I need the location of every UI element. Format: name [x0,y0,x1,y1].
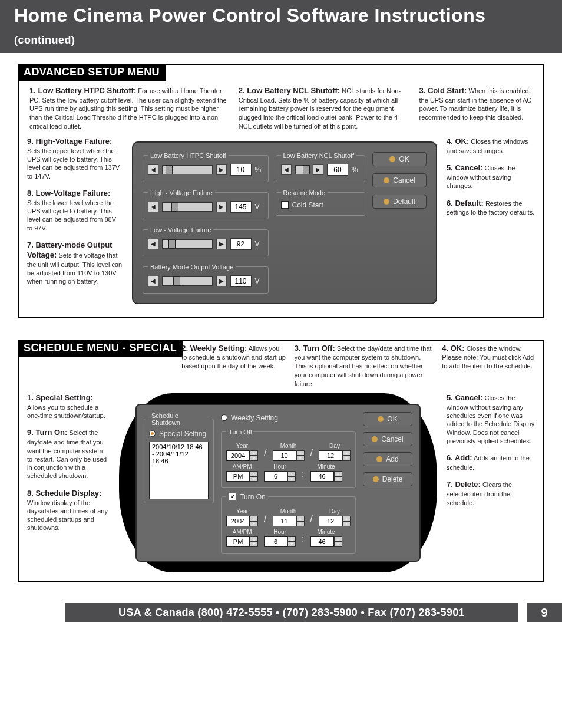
off-hour-spinner[interactable]: 6▲▼ [264,471,296,482]
ncl-shutoff-group: Low Battery NCL Shutoff ◀ ▶ 60 % [276,152,366,182]
schedule-shutdown-group: Schedule Shutdown Special Setting 2004/1… [144,412,214,503]
schedule-left-callouts: 1. Special Setting: Allows you to schedu… [27,393,110,572]
on-day-spinner[interactable]: 12▲▼ [319,516,351,526]
sched-add-button[interactable]: Add [363,452,412,466]
callout-low-battery-ncl: 2. Low Battery NCL Shutoff: NCL stands f… [239,85,409,131]
callout-cold-start: 3. Cold Start: When this is enabled, the… [419,85,533,131]
footer-contact: USA & Canada (800) 472-5555 • (707) 283-… [65,603,518,622]
resume-mode-group: Resume Mode Cold Start [276,189,366,216]
off-day-spinner[interactable]: 12▲▼ [319,450,351,461]
cancel-button[interactable]: Cancel [372,173,427,187]
schedule-dialog-bezel: Schedule Shutdown Special Setting 2004/1… [119,393,437,572]
ncl-inc-button[interactable]: ▶ [313,164,323,175]
sched-cancel-button[interactable]: Cancel [363,432,412,446]
checkbox-icon: ✔ [229,493,236,500]
bmov-slider[interactable] [162,276,213,286]
advanced-setup-dialog: Low Battery HTPC Shutoff ◀ ▶ 10 % High -… [132,141,437,304]
battery-mode-output-group: Battery Mode Output Voltage ◀ ▶ 110 V [143,263,269,294]
turn-off-group: Turn Off Year2004▲▼ / Month10▲▼ / Day12▲… [221,429,356,488]
callout-weekly-setting: 2. Weekly Setting: Allows you to schedul… [181,341,286,371]
sched-ok-button[interactable]: OK [363,412,412,426]
weekly-setting-radio[interactable]: Weekly Setting [221,414,278,422]
high-voltage-group: High - Voltage Failure ◀ ▶ 145 V [143,189,269,219]
hv-inc-button[interactable]: ▶ [216,202,227,212]
ncl-value[interactable]: 60 [327,164,348,176]
sched-delete-button[interactable]: Delete [363,472,412,486]
callout-high-voltage-failure: 9. High-Voltage Failure: Sets the upper … [27,137,123,180]
default-button[interactable]: Default [372,195,427,209]
callout-add: 6. Add: Adds an item to the schedule. [447,453,535,472]
off-month-spinner[interactable]: 10▲▼ [273,450,305,461]
on-year-spinner[interactable]: 2004▲▼ [226,516,258,526]
htpc-slider[interactable] [162,165,213,174]
on-min-spinner[interactable]: 46▲▼ [310,536,342,547]
callout-schedule-display: 8. Schedule Display: Window display of t… [27,489,110,532]
hv-slider[interactable] [162,202,213,212]
off-min-spinner[interactable]: 46▲▼ [310,471,342,482]
hv-value[interactable]: 145 [230,201,252,213]
callout-battery-mode-output: 7. Battery-mode Output Voltage: Sets the… [27,241,123,286]
cold-start-checkbox[interactable]: Cold Start [281,201,361,209]
ok-icon [389,156,395,162]
schedule-heading: SCHEDULE MENU - SPECIAL [18,340,183,357]
ncl-dec-button[interactable]: ◀ [281,164,292,175]
callout-low-voltage-failure: 8. Low-Voltage Failure: Sets the lower l… [27,189,123,232]
lv-inc-button[interactable]: ▶ [216,239,227,249]
bmov-inc-button[interactable]: ▶ [216,276,227,286]
on-hour-spinner[interactable]: 6▲▼ [264,536,296,547]
turn-on-group: ✔ Turn On Year2004▲▼ / Month11▲▼ / Day12… [221,493,356,554]
callout-turn-on: 9. Turn On: Select the day/date and time… [27,428,110,480]
htpc-value[interactable]: 10 [230,164,252,176]
ncl-slider[interactable] [295,165,310,174]
schedule-right-callouts: 5. Cancel: Closes the window without sav… [447,393,535,572]
callout-delete: 7. Delete: Clears the selected item from… [447,480,535,506]
on-ampm-spinner[interactable]: PM▲▼ [226,536,258,547]
lv-slider[interactable] [162,239,213,249]
page-title: Home Cinema Power Control Software Instr… [14,5,486,26]
cancel-icon [384,177,389,183]
advanced-left-callouts: 9. High-Voltage Failure: Sets the upper … [27,137,123,309]
page-number: 9 [527,603,562,622]
advanced-setup-section: ADVANCED SETUP MENU 1. Low Battery HTPC … [18,64,544,318]
low-voltage-group: Low - Voltage Failure ◀ ▶ 92 V [143,226,269,256]
callout-low-battery-htpc: 1. Low Battery HTPC Shutoff: For use wit… [29,85,228,131]
advanced-right-callouts: 4. OK: Closes the windows and saves chan… [447,137,535,309]
page-title-bar: Home Cinema Power Control Software Instr… [0,0,562,53]
schedule-dialog: Schedule Shutdown Special Setting 2004/1… [135,404,421,562]
add-icon [376,456,382,462]
default-icon [384,199,389,205]
advanced-setup-heading: ADVANCED SETUP MENU [18,64,166,81]
bmov-value[interactable]: 110 [230,275,252,287]
htpc-inc-button[interactable]: ▶ [216,164,227,175]
htpc-shutoff-group: Low Battery HTPC Shutoff ◀ ▶ 10 % [143,152,269,182]
turn-on-checkbox[interactable]: ✔ Turn On [229,493,266,501]
callout-special-setting: 1. Special Setting: Allows you to schedu… [27,393,110,420]
off-year-spinner[interactable]: 2004▲▼ [226,450,258,461]
ok-icon [378,416,384,422]
callout-ok-sched: 4. OK: Closes the window. Please note: Y… [442,341,535,371]
page-footer: USA & Canada (800) 472-5555 • (707) 283-… [0,603,562,622]
lv-dec-button[interactable]: ◀ [148,239,158,249]
off-ampm-spinner[interactable]: PM▲▼ [226,471,258,482]
schedule-display-list[interactable]: 2004/10/12 18:46 - 2004/11/12 18:46 [149,442,209,499]
delete-icon [373,476,379,482]
lv-value[interactable]: 92 [230,238,252,250]
ok-button[interactable]: OK [372,152,427,166]
cancel-icon [372,436,378,442]
callout-cancel: 5. Cancel: Closes the window without sav… [447,163,535,190]
hv-dec-button[interactable]: ◀ [148,202,158,212]
special-setting-radio[interactable]: Special Setting [149,430,206,438]
callout-cancel-sched: 5. Cancel: Closes the window without sav… [447,393,535,445]
bmov-dec-button[interactable]: ◀ [148,276,158,286]
on-month-spinner[interactable]: 11▲▼ [273,516,305,526]
callout-ok: 4. OK: Closes the windows and saves chan… [447,137,535,155]
callout-turn-off: 3. Turn Off: Select the day/date and tim… [295,341,434,388]
htpc-dec-button[interactable]: ◀ [148,164,158,175]
schedule-entry[interactable]: 2004/10/12 18:46 - 2004/11/12 18:46 [152,443,206,465]
schedule-menu-section: SCHEDULE MENU - SPECIAL 2. Weekly Settin… [18,340,544,582]
page-title-continued: (continued) [14,34,75,46]
checkbox-icon [281,201,289,209]
callout-default: 6. Default: Restores the settings to the… [447,199,535,217]
